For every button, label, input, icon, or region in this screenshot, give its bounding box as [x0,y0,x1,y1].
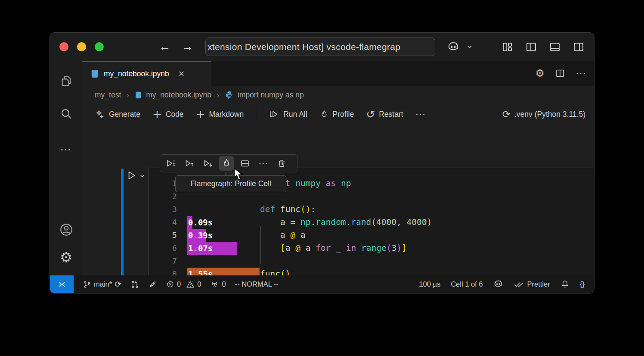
braces-item[interactable]: {} [580,280,585,289]
code-line[interactable]: 61.07s[a @ a for _ in range(3)] [149,242,594,255]
flamegraph-bar-label: 1.07s [187,244,213,253]
code-line-text: [a @ a for _ in range(3)] [260,242,407,255]
more-views-icon[interactable]: ⋯ [60,143,72,156]
flamegraph-lane: 0.09s [187,216,260,229]
notebook-file-icon [90,69,99,78]
vscode-window: ← → xtension Development Host] vscode-fl… [50,32,594,294]
copilot-status-icon[interactable] [493,279,504,290]
line-number: 4 [149,216,187,229]
add-markdown-cell-button[interactable]: + Markdown [196,109,244,120]
activity-bar: ⋯ ⚙ [50,61,82,275]
back-icon[interactable]: ← [159,41,170,53]
double-check-icon [514,280,524,289]
search-icon[interactable] [59,107,73,121]
tab-label: my_notebook.ipynb [104,69,169,78]
remote-indicator[interactable] [50,275,74,293]
accounts-icon[interactable] [59,222,74,237]
toggle-secondary-sidebar-icon[interactable] [573,41,585,53]
toggle-panel-icon[interactable] [549,41,561,53]
flamegraph-bar: 0.09s [187,216,192,229]
split-editor-icon[interactable] [555,68,565,78]
minimize-window-button[interactable] [77,42,86,51]
flamegraph-lane [187,203,260,216]
execute-cell-icon[interactable] [166,158,176,169]
tab-my-notebook[interactable]: my_notebook.ipynb × [82,61,211,86]
plus-icon: + [152,109,162,120]
settings-gear-icon[interactable]: ⚙ [60,249,72,265]
notebook-settings-gear-icon[interactable]: ⚙ [535,67,545,79]
compare-changes-icon [130,280,139,289]
add-code-cell-button[interactable]: + Code [152,109,184,120]
timing-item[interactable]: 100 µs [419,280,440,288]
forward-icon[interactable]: → [182,41,193,53]
restart-icon: ↺ [366,109,375,120]
problems-item[interactable]: 0 0 [166,280,201,289]
profile-button[interactable]: Profile [319,109,354,119]
breadcrumb-symbol[interactable]: import numpy as np [238,91,304,100]
compare-changes-item[interactable] [130,280,139,289]
ports-item[interactable]: 0 [210,280,226,289]
errors-icon [166,280,174,288]
sync-icon: ⟳ [115,280,121,288]
flamegraph-bar: 1.07s [187,242,237,255]
git-branch-item[interactable]: main* ⟳ [83,280,121,289]
code-line-text: a = np.random.rand(4000, 4000) [260,216,432,229]
warnings-icon [186,280,195,289]
cell-toolbar: ⋯ [160,154,297,172]
cell-position-item[interactable]: Cell 1 of 6 [451,280,483,288]
breadcrumb: my_test › my_notebook.ipynb › import [82,86,594,104]
flamegraph-bar-label: 0.39s [187,231,213,240]
close-window-button[interactable] [59,42,68,51]
flamegraph-bar: 0.39s [187,229,206,242]
run-all-button[interactable]: Run All [268,109,307,119]
editor-more-actions-icon[interactable]: ⋯ [576,67,586,79]
editor-region: my_notebook.ipynb × ⚙ ⋯ my_test › [82,61,594,275]
toggle-primary-sidebar-icon[interactable] [525,41,537,53]
chevron-down-icon[interactable] [466,44,473,50]
status-bar: main* ⟳ 0 0 [50,275,594,293]
line-number: 6 [149,242,187,255]
execute-above-icon[interactable] [184,158,195,169]
radio-tower-icon [210,280,219,289]
breadcrumb-folder[interactable]: my_test [95,91,121,100]
window-controls [59,42,104,51]
chevron-down-icon [139,173,146,179]
code-line[interactable]: 7 [149,255,594,268]
maximize-window-button[interactable] [95,42,104,51]
indent-guide [260,226,261,264]
notebook-file-icon [134,91,142,99]
kernel-picker[interactable]: ⟳ .venv (Python 3.11.5) [502,104,585,125]
command-center[interactable]: xtension Development Host] vscode-flameg… [205,37,435,56]
mouse-cursor [232,167,245,182]
restart-button[interactable]: ↺ Restart [366,109,403,120]
code-line-text: def func(): [260,203,316,216]
generate-button[interactable]: Generate [95,109,140,119]
toolbar-more-icon[interactable]: ⋯ [415,108,426,120]
code-line[interactable]: 50.39sa @ a [149,229,594,242]
kernel-refresh-icon: ⟳ [502,109,511,119]
line-number: 3 [149,203,187,216]
copilot-icon[interactable] [446,40,460,54]
customize-layout-icon[interactable] [502,41,514,53]
code-lines[interactable]: 1import numpy as np23def func():40.09sa … [149,177,594,281]
delete-cell-icon[interactable] [277,158,287,169]
window-title: xtension Development Host] vscode-flameg… [207,42,400,52]
close-tab-icon[interactable]: × [179,69,184,79]
breadcrumb-file[interactable]: my_notebook.ipynb [146,91,211,100]
python-icon [225,91,233,99]
flamegraph-lane: 0.39s [187,229,260,242]
rocket-item[interactable] [148,280,157,289]
notifications-bell-icon[interactable] [560,280,570,289]
code-line[interactable]: 3def func(): [149,203,594,216]
tooltip: Flamegraph: Profile Cell [175,175,286,192]
run-cell-button[interactable] [126,170,146,181]
vim-mode-indicator[interactable]: -- NORMAL -- [235,280,279,288]
code-line[interactable]: 40.09sa = np.random.rand(4000, 4000) [149,216,594,229]
formatter-item[interactable]: Prettier [514,280,550,289]
flamegraph-lane: 1.07s [187,242,260,255]
execute-below-icon[interactable] [203,158,213,169]
cell-more-actions-icon[interactable]: ⋯ [258,158,269,169]
git-branch-icon [83,280,91,289]
code-line-text: a @ a [260,229,306,242]
explorer-icon[interactable] [59,74,73,88]
